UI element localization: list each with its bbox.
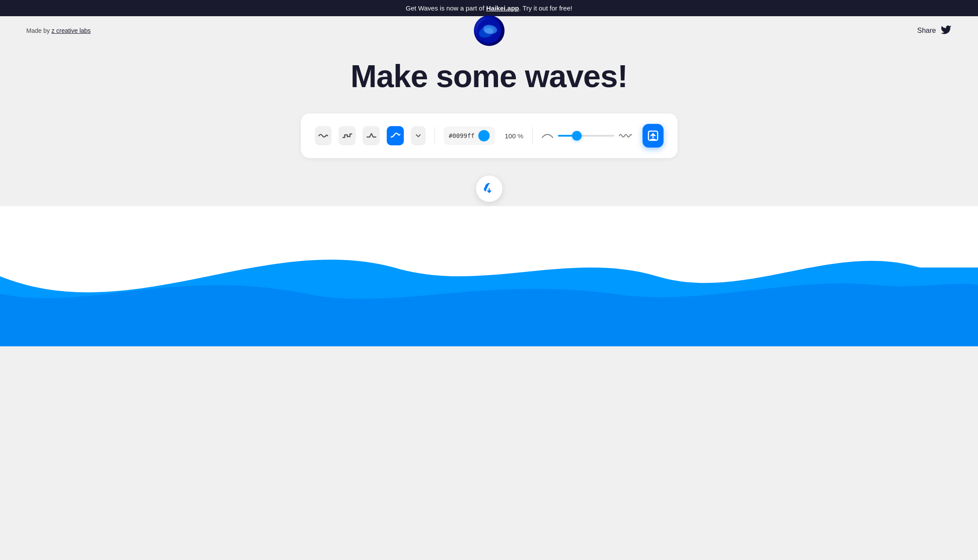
share-label: Share [917,27,936,35]
wave-slider[interactable] [558,135,614,137]
divider2 [532,127,533,144]
export-button[interactable] [643,124,664,148]
wave-svg [0,206,978,346]
slider-area [541,130,632,141]
logo-svg [477,19,501,43]
wave-btn-smooth[interactable] [315,126,332,145]
hero-title: Make some waves! [9,58,969,94]
logo[interactable] [474,15,505,46]
download-area [0,169,978,202]
opacity-area: 100 % [502,132,523,140]
opacity-value: 100 [502,132,516,140]
svg-point-3 [484,28,493,34]
color-dot[interactable] [478,130,490,141]
hero: Make some waves! [0,45,978,103]
download-button[interactable] [476,176,502,202]
wave-preview [0,206,978,346]
color-hex: #0099ff [449,132,475,139]
color-area[interactable]: #0099ff [444,127,495,145]
banner-link[interactable]: Haikei.app [486,4,519,12]
header: Made by z creative labs Share [0,16,978,45]
opacity-unit: % [518,132,523,140]
twitter-icon[interactable] [940,24,952,37]
wave-amount-icon [541,130,554,141]
made-by-link[interactable]: z creative labs [52,27,91,34]
wave-btn-peaked[interactable] [363,126,380,145]
share-area: Share [917,24,952,37]
banner-text: Get Waves is now a part of [406,4,486,12]
controls-panel: #0099ff 100 % [301,113,678,158]
wave-btn-stepped[interactable] [339,126,356,145]
top-banner: Get Waves is now a part of Haikei.app. T… [0,0,978,16]
logo-container [474,15,505,46]
wave-type-dropdown[interactable] [411,126,426,145]
made-by: Made by z creative labs [26,27,91,34]
divider1 [434,127,435,144]
banner-suffix: . Try it out for free! [519,4,572,12]
made-by-prefix: Made by [26,27,52,34]
wave-btn-flip[interactable] [387,126,404,145]
wave-complexity-icon [619,130,632,141]
